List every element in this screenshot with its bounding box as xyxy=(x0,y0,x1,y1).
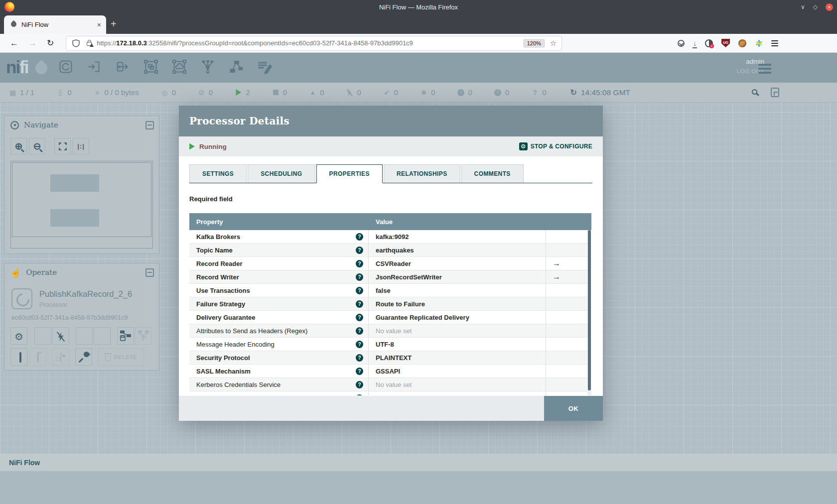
tracking-shield-icon[interactable] xyxy=(72,39,80,47)
cookie-extension-icon[interactable] xyxy=(738,39,746,47)
processor-component-button[interactable] xyxy=(57,59,74,77)
property-value[interactable]: No value set xyxy=(369,324,546,337)
help-icon[interactable]: ? xyxy=(356,381,363,388)
copy-button[interactable] xyxy=(10,348,27,366)
property-row[interactable]: Kafka Brokers?kafka:9092 xyxy=(189,230,591,244)
help-icon[interactable]: ? xyxy=(356,368,363,375)
window-minimize-icon[interactable]: ∨ xyxy=(801,4,805,10)
containers-icon[interactable] xyxy=(705,39,713,47)
property-row[interactable]: Use Transactions?false xyxy=(189,284,591,297)
birdseye-minimap[interactable] xyxy=(10,161,153,249)
zoom-in-button[interactable]: ⊕ xyxy=(10,138,27,154)
property-row[interactable]: Topic Name?earthquakes xyxy=(189,244,591,257)
search-icon[interactable] xyxy=(752,89,757,95)
browser-menu-icon[interactable] xyxy=(771,40,778,46)
output-port-component-button[interactable] xyxy=(114,59,131,77)
property-row[interactable]: Record Reader?CSVReader→ xyxy=(189,257,591,270)
ok-button[interactable]: OK xyxy=(544,396,603,421)
window-maximize-icon[interactable]: ◇ xyxy=(813,4,818,10)
property-value[interactable]: earthquakes xyxy=(369,244,546,256)
enable-button[interactable] xyxy=(34,327,51,345)
url-text[interactable]: https://172.18.0.3:32558/nifi/?processGr… xyxy=(97,39,523,47)
global-menu-icon[interactable] xyxy=(758,64,771,74)
property-value[interactable]: Guarantee Replicated Delivery xyxy=(369,311,546,324)
create-template-button[interactable] xyxy=(117,327,134,345)
help-icon[interactable]: ? xyxy=(356,233,363,241)
go-to-service-icon[interactable]: → xyxy=(553,259,560,267)
tab-scheduling[interactable]: SCHEDULING xyxy=(248,164,315,183)
configure-button[interactable]: ⚙ xyxy=(10,327,27,345)
ublock-icon[interactable]: UO xyxy=(721,39,730,47)
remote-process-group-component-button[interactable] xyxy=(171,59,188,77)
tab-settings[interactable]: SETTINGS xyxy=(189,164,247,183)
property-value[interactable]: UTF-8 xyxy=(369,338,546,351)
help-icon[interactable]: ? xyxy=(356,273,363,281)
status-item-queue: ≡0 / 0 bytes xyxy=(94,88,139,97)
downloads-icon[interactable]: ↓ xyxy=(693,40,697,47)
help-icon[interactable]: ? xyxy=(356,247,363,254)
window-close-icon[interactable]: × xyxy=(826,3,833,11)
property-row[interactable]: SASL Mechanism?GSSAPI xyxy=(189,365,591,378)
funnel-component-button[interactable] xyxy=(199,59,216,77)
tab-properties[interactable]: PROPERTIES xyxy=(316,164,383,183)
bookmark-star-icon[interactable]: ☆ xyxy=(550,39,557,48)
property-value[interactable]: Route to Failure xyxy=(369,297,546,310)
property-row[interactable]: Kerberos Credentials Service?No value se… xyxy=(189,378,591,391)
lock-warning-icon[interactable] xyxy=(87,42,92,46)
tab-close-icon[interactable]: × xyxy=(97,21,101,29)
help-icon[interactable]: ? xyxy=(356,260,363,267)
pocket-icon[interactable] xyxy=(678,40,685,47)
new-tab-button[interactable]: + xyxy=(111,19,117,29)
property-row[interactable]: Attributes to Send as Headers (Regex)?No… xyxy=(189,324,591,338)
zoom-actual-button[interactable]: |:| xyxy=(73,138,89,154)
input-port-component-button[interactable] xyxy=(86,59,103,77)
help-icon[interactable]: ? xyxy=(356,327,363,335)
property-value[interactable]: kafka:9092 xyxy=(369,230,546,243)
property-value[interactable]: GSSAPI xyxy=(369,365,546,378)
property-row[interactable]: Record Writer?JsonRecordSetWriter→ xyxy=(189,270,591,284)
tab-relationships[interactable]: RELATIONSHIPS xyxy=(384,164,460,183)
page-zoom-badge[interactable]: 120% xyxy=(523,39,545,48)
collapse-operate-icon[interactable] xyxy=(145,268,154,277)
property-row[interactable]: Delivery Guarantee?Guarantee Replicated … xyxy=(189,311,591,324)
process-group-component-button[interactable] xyxy=(142,59,159,77)
stop-and-configure-button[interactable]: ⚙ STOP & CONFIGURE xyxy=(519,142,592,150)
zoom-fit-button[interactable] xyxy=(54,138,71,154)
tab-comments[interactable]: COMMENTS xyxy=(461,164,524,183)
go-to-service-icon[interactable]: → xyxy=(553,273,560,281)
bulletin-board-icon[interactable] xyxy=(771,88,779,97)
disable-button[interactable] xyxy=(52,327,69,345)
url-bar[interactable]: https://172.18.0.3:32558/nifi/?processGr… xyxy=(66,36,562,51)
back-icon[interactable]: ← xyxy=(10,38,18,48)
property-row[interactable]: Security Protocol?PLAINTEXT xyxy=(189,351,591,365)
help-icon[interactable]: ? xyxy=(356,394,363,396)
start-button[interactable] xyxy=(76,327,93,345)
property-value[interactable]: No value set xyxy=(369,378,546,391)
help-icon[interactable]: ? xyxy=(356,314,363,321)
property-value[interactable]: JsonRecordSetWriter xyxy=(369,270,546,283)
scrollbar-thumb[interactable] xyxy=(588,230,591,390)
help-icon[interactable]: ? xyxy=(356,341,363,348)
property-row[interactable]: Message Header Encoding?UTF-8 xyxy=(189,338,591,351)
stop-button[interactable] xyxy=(94,327,111,345)
property-value[interactable]: false xyxy=(369,284,546,297)
property-value[interactable]: No value set xyxy=(369,391,546,395)
zoom-out-button[interactable]: ⊖ xyxy=(29,138,45,154)
help-icon[interactable]: ? xyxy=(356,300,363,308)
help-icon[interactable]: ? xyxy=(356,287,363,294)
property-row[interactable]: Kerberos Service Name?No value set xyxy=(189,391,591,395)
help-icon[interactable]: ? xyxy=(356,354,363,362)
label-component-button[interactable] xyxy=(256,59,273,77)
collapse-navigate-icon[interactable] xyxy=(145,121,154,129)
fill-color-button[interactable] xyxy=(75,348,92,366)
template-component-button[interactable] xyxy=(228,59,245,77)
browser-tab[interactable]: NiFi Flow × xyxy=(4,15,106,34)
table-scrollbar[interactable] xyxy=(587,230,591,395)
property-value[interactable]: CSVReader xyxy=(369,257,546,270)
breadcrumb[interactable]: NiFi Flow xyxy=(9,459,40,467)
property-value[interactable]: PLAINTEXT xyxy=(369,351,546,364)
refresh-icon[interactable]: ↻ xyxy=(570,89,577,97)
extension-asterisk-icon[interactable] xyxy=(755,39,763,47)
property-row[interactable]: Failure Strategy?Route to Failure xyxy=(189,297,591,311)
reload-icon[interactable]: ↻ xyxy=(47,38,54,48)
